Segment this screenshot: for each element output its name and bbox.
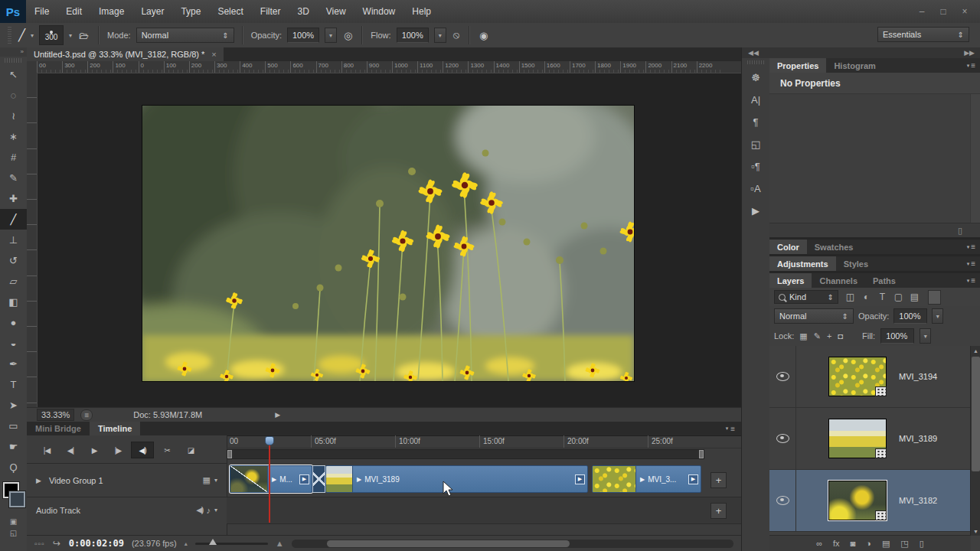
add-video-clip-button[interactable]: + [710,472,727,488]
menu-item[interactable]: Window [354,0,404,23]
layer-effects-icon[interactable]: fx [833,539,840,548]
opacity-field[interactable]: 100% [287,28,319,43]
layer-opacity-field[interactable]: 100% [893,308,927,324]
pressure-size-icon[interactable]: ◉ [478,30,489,41]
menu-item[interactable]: File [26,0,57,23]
filter-toggle-switch[interactable] [928,290,941,305]
history-brush-tool[interactable]: ↺ [0,250,27,271]
character-panel-icon[interactable]: A| [742,89,769,111]
timeline-scrollbar[interactable] [292,540,733,548]
scrollbar-thumb[interactable] [327,540,570,547]
properties-delete-icon[interactable]: ▯ [958,226,962,236]
new-group-icon[interactable]: ▤ [882,539,890,549]
previous-frame-button[interactable]: ◀| [60,442,81,458]
menu-item[interactable]: Help [403,0,439,23]
flow-field[interactable]: 100% [397,28,429,43]
scroll-down-icon[interactable]: ▼ [971,527,980,536]
audio-menu-arrow-icon[interactable]: ▾ [214,507,217,514]
magic-wand-tool[interactable]: ∗ [0,126,27,147]
tab-paths[interactable]: Paths [865,273,903,288]
filter-adjustment-layers-icon[interactable]: ◐ [858,292,874,302]
work-area-end-handle[interactable] [699,450,704,458]
render-video-icon[interactable]: ↪ [53,538,61,549]
pen-tool[interactable]: ✒ [0,354,27,374]
brush-tool-preview-icon[interactable]: ╱ [18,28,25,42]
collapse-panels-icon[interactable]: ◀◀ [748,49,759,57]
layer-visibility-cell[interactable] [769,346,796,407]
vertical-ruler[interactable] [27,73,38,408]
screen-mode-button[interactable]: ◱ [0,527,27,539]
tab-styles[interactable]: Styles [836,256,876,271]
properties-menu-icon[interactable]: ▾≡ [967,58,980,73]
horizontal-ruler[interactable]: 0030020010001002003004005006007008009001… [37,61,741,73]
paragraph-panel-icon[interactable]: ¶ [742,111,769,133]
audio-track-header[interactable]: Audio Track ◀) ♪ ▾ [27,497,227,523]
clone-stamp-tool[interactable]: ⊥ [0,230,27,250]
menu-item[interactable]: Type [172,0,209,23]
canvas-image[interactable] [142,105,635,382]
tab-layers[interactable]: Layers [769,273,812,288]
next-frame-button[interactable]: |▶ [107,442,129,458]
close-document-icon[interactable]: × [211,50,216,59]
lock-all-icon[interactable]: ◘ [838,331,843,341]
filter-shape-layers-icon[interactable]: ▢ [890,292,906,302]
layer-blend-mode-select[interactable]: Normal ⇕ [774,308,854,324]
adjustment-layer-icon[interactable]: ◑ [866,539,871,548]
toggle-brush-panel-icon[interactable]: 🗁 [77,30,90,41]
gradient-tool[interactable]: ◧ [0,292,27,312]
layers-menu-icon[interactable]: ▾≡ [967,273,980,288]
go-to-first-frame-button[interactable]: |◀ [36,442,57,458]
crossfade-transition[interactable] [312,465,325,493]
status-options-arrow-icon[interactable]: ▶ [275,411,280,419]
layer-thumbnail[interactable] [828,419,887,458]
document-tab[interactable]: Untitled-3.psd @ 33.3% (MVI_3182, RGB/8)… [27,47,224,61]
MVI_3194[interactable]: MVI_3194 [769,346,971,408]
blur-tool[interactable]: ● [0,312,27,333]
background-color-swatch[interactable] [9,491,25,507]
add-audio-clip-button[interactable]: + [710,503,727,519]
MVI_3182[interactable]: MVI_3182 [769,470,971,532]
brush-size-arrow-icon[interactable]: ▾ [69,32,72,39]
dodge-tool[interactable]: ◒ [0,333,27,354]
split-clip-button[interactable]: ✂ [156,442,178,458]
healing-brush-tool[interactable]: ✚ [0,188,27,209]
filter-smart-objects-icon[interactable]: ▤ [906,292,923,302]
close-button[interactable]: × [954,6,975,17]
transition-button[interactable]: ◪ [180,442,201,458]
mute-audio-button[interactable]: ◀) [131,442,154,458]
layer-opacity-dropdown[interactable]: ▾ [932,308,943,324]
shape-tool[interactable]: ▭ [0,416,27,436]
audio-track[interactable] [227,497,741,524]
delete-layer-icon[interactable]: ▯ [920,539,924,549]
tab-color[interactable]: Color [769,240,807,254]
menu-item[interactable]: Filter [252,0,289,23]
color-menu-icon[interactable]: ▾≡ [967,240,980,254]
lock-transparency-icon[interactable]: ▦ [799,331,807,341]
type-tool[interactable]: T [0,374,27,395]
layers-scroll-thumb[interactable] [972,357,980,471]
layer-thumbnail[interactable] [828,357,887,396]
zoom-out-timeline-icon[interactable]: ▴ [185,540,188,547]
work-area-bar[interactable] [227,449,704,459]
tab-swatches[interactable]: Swatches [807,240,861,254]
disclosure-triangle-icon[interactable]: ▶ [36,477,41,484]
clip-disclosure-icon[interactable]: ▶ [640,476,645,483]
zoom-in-timeline-icon[interactable]: ▲ [276,539,284,548]
tab-adjustments[interactable]: Adjustments [769,256,836,271]
speaker-icon[interactable]: ◀) [196,505,202,515]
clip-settings-icon[interactable]: ▶ [575,474,585,484]
filter-pixel-layers-icon[interactable]: ◫ [842,292,858,302]
layer-visibility-cell[interactable] [769,470,796,531]
adjustments-menu-icon[interactable]: ▾≡ [967,256,980,271]
opacity-dropdown[interactable]: ▾ [325,28,337,43]
menu-item[interactable]: Image [90,0,132,23]
layer-fill-dropdown[interactable]: ▾ [920,328,931,344]
timeline-zoom-slider[interactable] [195,543,268,545]
brush-size-box[interactable]: 300 [39,25,64,45]
video-group-header[interactable]: ▶ Video Group 1 ▦ ▾ [27,463,227,497]
eye-icon[interactable] [776,496,789,505]
menu-item[interactable]: Edit [57,0,90,23]
slider-thumb[interactable] [209,539,217,545]
add-mask-icon[interactable]: ◙ [851,539,856,548]
lock-position-icon[interactable]: + [827,331,831,341]
